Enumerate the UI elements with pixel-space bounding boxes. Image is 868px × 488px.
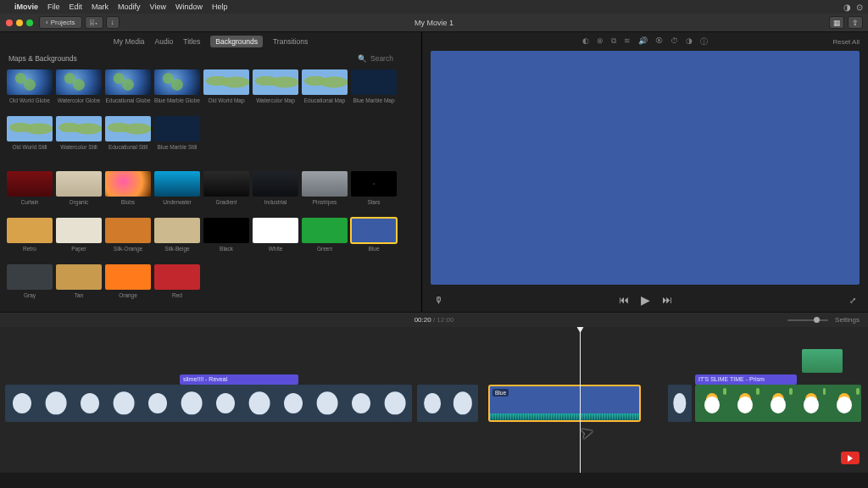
background-tile[interactable]: Old World Still [7, 116, 53, 156]
close-icon[interactable] [6, 19, 13, 26]
background-tile[interactable]: Blue Marble Map [351, 69, 397, 109]
zoom-slider[interactable] [787, 319, 828, 321]
background-tile[interactable]: White [253, 218, 298, 258]
background-tile[interactable]: Silk-Orange [105, 218, 151, 258]
playhead[interactable] [580, 327, 581, 473]
tab-titles[interactable]: Titles [183, 37, 200, 46]
background-tile[interactable]: Underwater [154, 171, 200, 211]
crop-icon[interactable]: ⧉ [611, 36, 616, 47]
background-tile[interactable]: Gradient [203, 171, 249, 211]
tile-label: Silk-Orange [114, 246, 142, 258]
theater-button[interactable]: ▦ [829, 16, 844, 29]
background-tile[interactable]: Stars [351, 171, 397, 211]
background-tile[interactable]: Watercolor Still [56, 116, 102, 156]
status-icon[interactable]: ◑ [843, 3, 851, 12]
background-tile[interactable]: Educational Map [302, 69, 348, 109]
menu-modify[interactable]: Modify [118, 3, 141, 11]
share-button[interactable]: ⇪ [848, 16, 863, 29]
audio-waveform[interactable] [490, 413, 639, 420]
background-tile[interactable]: Paper [56, 218, 102, 258]
import-button[interactable]: ⍗▾ [85, 16, 103, 29]
menu-file[interactable]: File [47, 3, 60, 11]
youtube-icon[interactable] [841, 452, 860, 464]
settings-button[interactable]: Settings [835, 316, 860, 324]
tile-label: Industrial [264, 199, 287, 211]
tile-thumb [154, 116, 200, 141]
back-to-projects-button[interactable]: ‹ Projects [39, 16, 82, 29]
reset-all-button[interactable]: Reset All [832, 38, 860, 46]
tab-my-media[interactable]: My Media [114, 37, 145, 46]
fullscreen-icon[interactable]: ⤢ [849, 296, 856, 305]
voiceover-icon[interactable]: 🎙 [434, 295, 443, 305]
background-tile[interactable]: Curtain [7, 171, 53, 211]
background-tile[interactable]: Educational Still [105, 116, 151, 156]
background-tile[interactable]: Silk-Beige [154, 218, 200, 258]
tab-transitions[interactable]: Transitions [273, 37, 308, 46]
search-icon: 🔍 [358, 54, 367, 63]
background-tile[interactable]: Tan [56, 264, 102, 304]
minimize-icon[interactable] [16, 19, 23, 26]
noise-reduce-icon[interactable]: ⦿ [655, 36, 663, 47]
tile-label: Watercolor Globe [58, 97, 100, 109]
video-clip[interactable] [668, 385, 692, 422]
title-clip[interactable]: slime!!!! - Reveal [180, 374, 298, 385]
background-tile[interactable]: Green [302, 218, 348, 258]
background-tile[interactable]: Old World Map [203, 69, 249, 109]
browser-search[interactable]: 🔍 [358, 54, 413, 63]
color-correction-icon[interactable]: ⊗ [597, 36, 604, 47]
tile-thumb [154, 218, 200, 243]
background-tile[interactable]: Blobs [105, 171, 151, 211]
color-balance-icon[interactable]: ◐ [582, 36, 589, 47]
menu-edit[interactable]: Edit [70, 3, 83, 11]
detached-clip[interactable] [802, 349, 843, 373]
video-clip[interactable] [417, 385, 478, 422]
prev-button[interactable]: ⏮ [619, 294, 629, 306]
menu-view[interactable]: View [150, 3, 166, 11]
info-icon[interactable]: ⓘ [700, 36, 708, 47]
filter-icon[interactable]: ◑ [686, 36, 693, 47]
preview-canvas[interactable] [431, 51, 860, 285]
app-menu[interactable]: iMovie [14, 3, 38, 11]
title-clip[interactable]: IT'S SLIME TIME - Prism [695, 374, 797, 385]
background-tile[interactable]: Old World Globe [7, 69, 53, 109]
status-icon[interactable]: ⊙ [856, 3, 863, 12]
next-button[interactable]: ⏭ [662, 294, 672, 306]
clip-label: Blue [492, 389, 509, 396]
background-tile[interactable]: Industrial [253, 171, 298, 211]
menu-mark[interactable]: Mark [92, 3, 108, 11]
menu-help[interactable]: Help [212, 3, 228, 11]
background-tile[interactable]: Red [154, 264, 200, 304]
window-controls[interactable] [0, 19, 39, 26]
tab-backgrounds[interactable]: Backgrounds [210, 36, 263, 47]
background-tile[interactable]: Gray [7, 264, 53, 304]
volume-icon[interactable]: 🔊 [638, 36, 648, 47]
menu-window[interactable]: Window [175, 3, 203, 11]
library-button[interactable]: ↓ [106, 16, 120, 29]
background-tile[interactable]: Orange [105, 264, 151, 304]
search-input[interactable] [370, 54, 413, 63]
play-button[interactable]: ▶ [641, 293, 650, 307]
background-tile[interactable]: Black [203, 218, 249, 258]
background-tile[interactable]: Blue Marble Still [154, 116, 200, 156]
background-tile[interactable]: Organic [56, 171, 102, 211]
background-clip-selected[interactable]: Blue [488, 385, 641, 422]
chevron-left-icon: ‹ [46, 19, 48, 26]
tile-thumb [7, 116, 53, 141]
video-clip[interactable] [695, 385, 861, 422]
background-tile[interactable]: Educational Globe [105, 69, 151, 109]
tile-thumb [7, 69, 53, 95]
speed-icon[interactable]: ⏱ [670, 36, 678, 47]
background-tile[interactable]: Blue [351, 218, 397, 258]
fullscreen-icon[interactable] [26, 19, 33, 26]
video-clip[interactable] [5, 385, 412, 422]
tile-thumb [56, 69, 102, 95]
timeline[interactable]: slime!!!! - Reveal IT'S SLIME TIME - Pri… [0, 327, 868, 473]
tab-audio[interactable]: Audio [155, 37, 174, 46]
background-tile[interactable]: Pinstripes [302, 171, 348, 211]
background-tile[interactable]: Watercolor Map [253, 69, 298, 109]
background-tile[interactable]: Retro [7, 218, 53, 258]
tile-thumb [253, 171, 298, 197]
background-tile[interactable]: Watercolor Globe [56, 69, 102, 109]
stabilize-icon[interactable]: ≋ [624, 36, 631, 47]
background-tile[interactable]: Blue Marble Globe [154, 69, 200, 109]
